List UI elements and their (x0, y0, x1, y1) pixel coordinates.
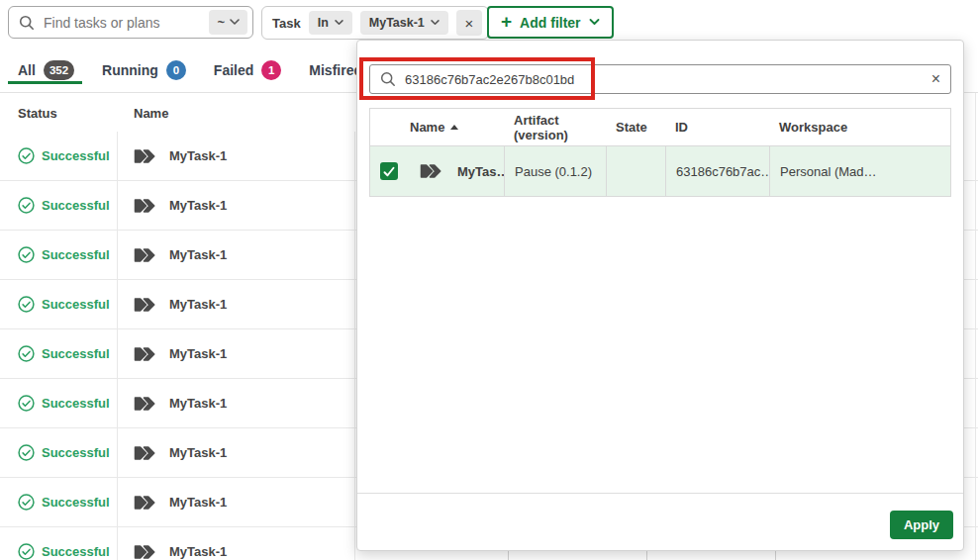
column-divider (975, 93, 976, 560)
popup-column-name[interactable]: Name (370, 109, 504, 145)
close-icon: × (464, 15, 473, 32)
tab-all[interactable]: All 352 (18, 48, 74, 92)
popup-column-state[interactable]: State (606, 109, 665, 145)
fuzzy-label: ~ (217, 15, 225, 30)
popup-column-artifact[interactable]: Artifact (version) (504, 109, 606, 145)
success-check-icon (18, 444, 35, 461)
status-label: Successful (42, 495, 110, 510)
tab-label: Misfired (309, 62, 362, 78)
status-label: Successful (42, 396, 110, 411)
popup-column-id[interactable]: ID (665, 109, 769, 145)
task-icon (134, 197, 156, 215)
status-cell: Successful (18, 527, 110, 560)
status-cell: Successful (18, 280, 110, 328)
task-icon (134, 345, 156, 363)
success-check-icon (18, 197, 35, 214)
status-cell: Successful (18, 478, 110, 526)
column-label: Artifact (version) (514, 113, 606, 142)
task-name: MyTask-1 (169, 297, 227, 312)
check-icon (383, 166, 395, 177)
clear-search-button[interactable]: × (931, 71, 940, 87)
tab-count-badge: 1 (261, 60, 281, 80)
fuzzy-match-button[interactable]: ~ (209, 10, 247, 35)
apply-button[interactable]: Apply (890, 511, 953, 539)
tab-count-badge: 352 (44, 60, 74, 80)
status-cell: Successful (18, 379, 110, 427)
occluded-column-divider (646, 551, 647, 560)
status-cell: Successful (18, 181, 110, 230)
search-icon (380, 71, 396, 87)
task-icon (134, 246, 156, 264)
tab-label: Running (102, 62, 158, 78)
popup-result-row[interactable]: MyTas… Pause (0.1.2) 63186c76b7ac… Perso… (370, 146, 950, 196)
result-id-cell: 63186c76b7ac… (665, 146, 769, 196)
occluded-text-fragment (867, 553, 897, 560)
chevron-down-icon (431, 20, 440, 26)
name-cell: MyTask-1 (134, 379, 227, 427)
name-cell: MyTask-1 (134, 181, 227, 230)
column-header-status[interactable]: Status (18, 106, 57, 121)
chip-value: MyTask-1 (369, 16, 425, 30)
chip-operator-dropdown[interactable]: In (309, 11, 352, 35)
task-filter-chip: Task In MyTask-1 × (261, 6, 489, 40)
chip-value-dropdown[interactable]: MyTask-1 (360, 11, 448, 35)
task-icon (134, 395, 156, 413)
status-label: Successful (42, 148, 110, 163)
column-label: Workspace (779, 120, 847, 135)
success-check-icon (18, 296, 35, 313)
status-cell: Successful (18, 231, 110, 279)
close-icon: × (931, 70, 940, 87)
name-cell: MyTask-1 (134, 132, 227, 180)
task-name: MyTask-1 (169, 445, 227, 460)
task-icon (134, 543, 156, 560)
popup-column-workspace[interactable]: Workspace (769, 109, 950, 145)
chevron-down-icon (589, 19, 600, 26)
name-cell: MyTask-1 (134, 280, 227, 328)
success-check-icon (18, 543, 35, 560)
plus-icon: + (501, 12, 512, 31)
search-input[interactable]: Find tasks or plans ~ (8, 6, 253, 39)
chip-close-button[interactable]: × (456, 10, 482, 36)
task-icon (134, 444, 156, 462)
column-label: Name (410, 120, 444, 135)
result-workspace-cell: Personal (Mad… (769, 146, 950, 196)
status-label: Successful (42, 198, 110, 213)
row-checkbox[interactable] (380, 162, 398, 180)
occluded-column-divider (508, 551, 509, 560)
tab-label: All (18, 62, 36, 78)
success-check-icon (18, 395, 35, 412)
task-icon (134, 147, 156, 165)
task-icon (420, 162, 442, 180)
popup-search-input[interactable]: 63186c76b7ac2e267b8c01bd × (369, 64, 951, 94)
tab-failed[interactable]: Failed 1 (214, 48, 281, 92)
search-icon (19, 15, 35, 31)
result-state-cell (606, 146, 665, 196)
tab-count-badge: 0 (166, 60, 186, 80)
name-cell: MyTask-1 (134, 527, 227, 560)
tab-running[interactable]: Running 0 (102, 48, 186, 92)
add-filter-label: Add filter (520, 15, 580, 31)
task-name: MyTask-1 (169, 148, 227, 163)
status-label: Successful (42, 346, 110, 361)
result-id: 63186c76b7ac… (676, 164, 769, 179)
task-name: MyTask-1 (169, 544, 227, 559)
success-check-icon (18, 345, 35, 362)
task-value-picker-popup: 63186c76b7ac2e267b8c01bd × Name Artifact… (356, 40, 964, 551)
chevron-down-icon (230, 19, 240, 26)
occluded-column-divider (775, 551, 776, 560)
column-label: State (616, 120, 647, 135)
task-icon (134, 296, 156, 314)
result-name-cell: MyTas… (370, 146, 504, 196)
add-filter-button[interactable]: + Add filter (487, 6, 614, 39)
operator-value: In (318, 16, 329, 30)
column-header-name[interactable]: Name (134, 106, 168, 121)
popup-table-header: Name Artifact (version) State ID Workspa… (370, 109, 950, 146)
column-label: ID (675, 120, 688, 135)
column-divider (117, 132, 118, 560)
chip-label: Task (272, 16, 301, 31)
popup-search-value: 63186c76b7ac2e267b8c01bd (405, 72, 574, 87)
result-artifact-cell: Pause (0.1.2) (504, 146, 606, 196)
name-cell: MyTask-1 (134, 329, 227, 378)
task-name: MyTask-1 (169, 247, 227, 262)
task-name: MyTask-1 (169, 346, 227, 361)
